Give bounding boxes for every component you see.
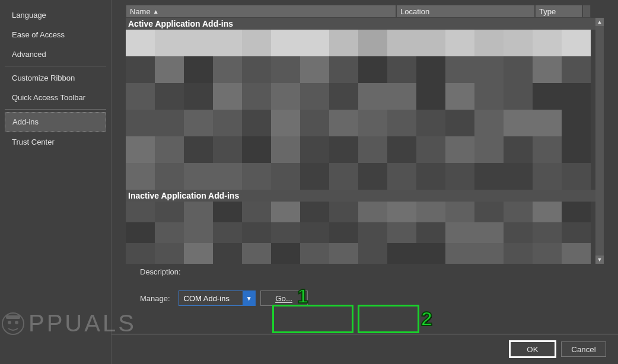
scroll-up-icon[interactable]: ▲ xyxy=(595,18,604,26)
sidebar-item-language[interactable]: Language xyxy=(5,6,106,24)
manage-row: Manage: COM Add-ins ▼ Go... xyxy=(126,281,604,314)
cancel-button[interactable]: Cancel xyxy=(561,341,606,357)
watermark-logo: PPUALS xyxy=(0,310,136,337)
section-active-addins: Active Application Add-ins xyxy=(126,18,604,30)
sidebar-item-add-ins[interactable]: Add-ins xyxy=(5,112,106,132)
sidebar-item-customize-ribbon[interactable]: Customize Ribbon xyxy=(5,69,106,87)
column-header-type[interactable]: Type xyxy=(535,5,582,18)
scroll-down-icon[interactable]: ▼ xyxy=(595,256,604,264)
addins-list[interactable]: Active Application Add-ins Inactive Appl… xyxy=(126,18,604,264)
sidebar-label: Add-ins xyxy=(12,117,39,126)
addins-column-headers: Name ▲ Location Type xyxy=(126,5,604,18)
sidebar-label: Ease of Access xyxy=(12,30,65,39)
ok-button[interactable]: OK xyxy=(510,341,555,357)
section-inactive-addins: Inactive Application Add-ins xyxy=(126,190,604,202)
chevron-down-icon: ▼ xyxy=(243,290,256,306)
column-header-location[interactable]: Location xyxy=(396,5,535,18)
inactive-addins-content xyxy=(126,202,591,264)
manage-label: Manage: xyxy=(140,294,170,303)
svg-rect-3 xyxy=(6,315,20,319)
description-label: Description: xyxy=(140,267,181,276)
go-button-label: Go... xyxy=(275,294,292,303)
scroll-header-spacer xyxy=(582,5,591,18)
manage-dropdown[interactable]: COM Add-ins ▼ xyxy=(179,290,256,306)
manage-dropdown-value: COM Add-ins xyxy=(184,294,230,303)
sidebar-label: Trust Center xyxy=(12,138,55,146)
sidebar-item-advanced[interactable]: Advanced xyxy=(5,45,106,63)
column-label: Type xyxy=(539,7,556,16)
sidebar-item-trust-center[interactable]: Trust Center xyxy=(5,133,106,151)
sidebar-label: Quick Access Toolbar xyxy=(12,93,85,102)
active-addins-content xyxy=(126,30,591,190)
ok-label: OK xyxy=(527,345,538,354)
svg-point-1 xyxy=(8,321,11,324)
watermark-text: PPUALS xyxy=(28,310,136,337)
sidebar-separator xyxy=(5,66,106,66)
sidebar-label: Customize Ribbon xyxy=(12,74,75,82)
annotation-number-2: 2 xyxy=(421,307,432,330)
addins-scrollbar[interactable]: ▲ ▼ xyxy=(595,18,604,264)
column-label: Location xyxy=(400,7,429,16)
sidebar-separator xyxy=(5,109,106,110)
sidebar-label: Language xyxy=(12,11,46,20)
sidebar-item-ease-of-access[interactable]: Ease of Access xyxy=(5,25,106,44)
sidebar-label: Advanced xyxy=(12,50,46,59)
options-sidebar: Language Ease of Access Advanced Customi… xyxy=(0,0,112,364)
annotation-number-1: 1 xyxy=(297,285,308,308)
mascot-icon xyxy=(0,311,26,337)
description-row: Description: xyxy=(126,267,604,276)
main-panel: Name ▲ Location Type Active Application … xyxy=(112,0,618,364)
sort-ascending-icon: ▲ xyxy=(153,8,159,15)
svg-point-2 xyxy=(15,321,18,324)
cancel-label: Cancel xyxy=(571,345,596,354)
column-label: Name xyxy=(130,7,151,16)
column-header-name[interactable]: Name ▲ xyxy=(126,5,396,18)
sidebar-item-quick-access-toolbar[interactable]: Quick Access Toolbar xyxy=(5,88,106,107)
dialog-button-bar: OK Cancel xyxy=(112,334,618,364)
